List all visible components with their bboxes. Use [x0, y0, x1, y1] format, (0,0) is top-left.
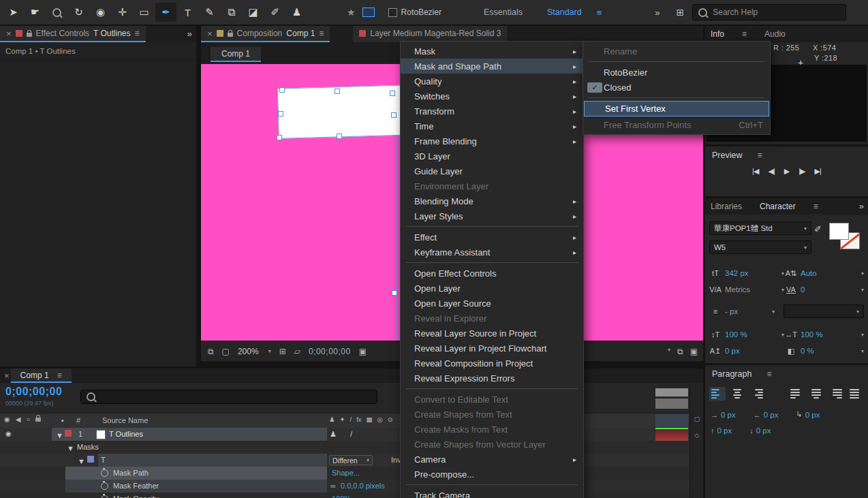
- layer-tab[interactable]: Layer Medium Magenta-Red Solid 3: [353, 26, 507, 42]
- menu-item-quality[interactable]: Quality▸: [401, 74, 583, 89]
- type-tool[interactable]: T: [177, 3, 198, 22]
- mask-mode-select[interactable]: Differen ▾: [329, 455, 373, 465]
- horizontal-scale-control[interactable]: ↔T 100 % ▾: [785, 330, 864, 339]
- justify-last-left-button[interactable]: [788, 387, 805, 401]
- mask-vertex[interactable]: [335, 89, 340, 94]
- menu-item-blending-mode[interactable]: Blending Mode▸: [401, 193, 583, 208]
- menu-item-effect[interactable]: Effect▸: [401, 230, 583, 245]
- source-name-column-header[interactable]: Source Name: [102, 416, 148, 424]
- mask-opacity-value[interactable]: 100%: [332, 495, 351, 498]
- link-icon[interactable]: ∞: [330, 482, 336, 490]
- mask-vertex[interactable]: [279, 87, 285, 93]
- stopwatch-icon[interactable]: [101, 482, 108, 490]
- vertical-scale-value[interactable]: 100 %: [725, 330, 747, 339]
- justify-all-button[interactable]: [848, 387, 864, 401]
- mask-vertex[interactable]: [391, 112, 397, 118]
- stroke-width-value[interactable]: - px: [725, 307, 738, 315]
- work-area-bar[interactable]: [655, 414, 688, 427]
- tracking-control[interactable]: VA 0 ▾: [785, 285, 864, 294]
- menu-item-reveal-expression-errors[interactable]: Reveal Expression Errors: [401, 371, 583, 386]
- lock-column-icon[interactable]: [35, 418, 41, 422]
- twirl-down-icon[interactable]: ▼: [56, 431, 63, 439]
- search-help-box[interactable]: Search Help: [692, 4, 846, 20]
- mask-vertex[interactable]: [392, 290, 397, 296]
- mask-path-row[interactable]: Mask Path Shape...: [0, 467, 703, 480]
- rotobezier-toggle[interactable]: RotoBezier: [388, 7, 441, 17]
- align-left-button[interactable]: [709, 387, 726, 401]
- zoom-tool[interactable]: [46, 3, 67, 22]
- comp-subtab[interactable]: Comp 1: [211, 47, 261, 62]
- indent-left-value[interactable]: 0 px: [721, 411, 736, 419]
- tab-info[interactable]: Info: [711, 29, 724, 39]
- shy-switch[interactable]: ♟: [330, 430, 337, 439]
- eye-column-icon[interactable]: ◉: [4, 416, 10, 423]
- menu-item-guide-layer[interactable]: Guide Layer: [401, 164, 583, 178]
- baseline-shift-control[interactable]: A↥ 0 px: [709, 347, 784, 356]
- stroke-width-control[interactable]: ≡ - px ▾: [709, 307, 775, 315]
- font-size-control[interactable]: tT 342 px ▾: [709, 269, 784, 277]
- shy-header-icon[interactable]: ♟: [329, 416, 335, 423]
- mask-path-edge[interactable]: [395, 136, 397, 341]
- close-icon[interactable]: ×: [4, 371, 10, 381]
- panel-menu-icon[interactable]: ≡: [813, 202, 818, 211]
- menu-item-mask-and-shape-path[interactable]: Mask and Shape Path▸: [401, 59, 583, 74]
- menu-item-layer-styles[interactable]: Layer Styles▸: [401, 208, 583, 223]
- justify-last-right-button[interactable]: [828, 387, 844, 401]
- timeline-zoom-bar[interactable]: [655, 399, 688, 409]
- chevron-down-icon[interactable]: ▾: [668, 347, 670, 356]
- baseline-shift-value[interactable]: 0 px: [725, 347, 740, 355]
- stopwatch-icon[interactable]: [101, 469, 108, 477]
- font-size-value[interactable]: 342 px: [725, 269, 749, 277]
- font-family-select[interactable]: 華康POP1體 Std ▾: [709, 221, 811, 235]
- menu-item-pre-compose[interactable]: Pre-compose...: [401, 467, 583, 482]
- mask-path-value[interactable]: Shape...: [332, 469, 360, 477]
- menu-item-3d-layer[interactable]: 3D Layer: [401, 149, 583, 164]
- horizontal-scale-value[interactable]: 100 %: [801, 330, 823, 339]
- tracking-value[interactable]: 0: [801, 285, 805, 294]
- channel-monitor-icon[interactable]: ▢: [222, 347, 230, 356]
- lock-icon[interactable]: [27, 33, 32, 37]
- snapshot-icon[interactable]: ⧉: [208, 347, 214, 356]
- current-timecode[interactable]: 0;00;00;00: [5, 386, 62, 398]
- motion-blur-header-icon[interactable]: ◎: [377, 416, 383, 423]
- menu-item-open-effect-controls[interactable]: Open Effect Controls: [401, 266, 583, 281]
- selection-tool[interactable]: ➤: [3, 3, 24, 22]
- rectangle-tool[interactable]: ▭: [134, 3, 155, 22]
- mask-feather-value[interactable]: 0.0,0.0 pixels: [341, 482, 385, 490]
- swatch-box-icon[interactable]: [362, 7, 375, 17]
- workspace-overflow-chevron-icon[interactable]: »: [655, 7, 660, 18]
- menu-item-frame-blending[interactable]: Frame Blending▸: [401, 134, 583, 149]
- hand-tool[interactable]: ☛: [25, 3, 46, 22]
- kerning-control[interactable]: V/A Metrics ▾: [709, 285, 784, 294]
- frame-blend-header-icon[interactable]: ▦: [367, 416, 373, 423]
- rotation-tool[interactable]: ↻: [68, 3, 89, 22]
- previous-frame-button[interactable]: ◀|: [768, 167, 774, 176]
- leading-value[interactable]: Auto: [801, 269, 817, 277]
- effect-controls-tab[interactable]: × Effect Controls T Outlines ≡: [0, 26, 146, 42]
- zoom-select[interactable]: 200% ▾: [238, 347, 271, 356]
- mask-opacity-row[interactable]: Mask Opacity 100%: [0, 493, 703, 498]
- region-of-interest-icon[interactable]: ▱: [294, 347, 300, 356]
- pen-tool[interactable]: ✒: [155, 3, 176, 22]
- grid-guides-icon[interactable]: ⊞: [279, 347, 286, 356]
- mask-color-chip[interactable]: [87, 456, 94, 463]
- layer-name[interactable]: T Outlines: [109, 430, 143, 438]
- mask-feather-row[interactable]: Mask Feather ∞ 0.0,0.0 pixels: [0, 480, 703, 493]
- eraser-tool[interactable]: ◪: [243, 3, 264, 22]
- mask-vertex[interactable]: [277, 135, 282, 140]
- indent-left-field[interactable]: → 0 px: [711, 410, 736, 419]
- align-right-button[interactable]: [749, 387, 765, 401]
- first-line-indent-field[interactable]: ↳ 0 px: [796, 410, 820, 419]
- menu-item-mask[interactable]: Mask▸: [401, 44, 583, 59]
- vertical-scale-control[interactable]: ↕T 100 % ▾: [709, 330, 784, 339]
- panel-menu-icon[interactable]: ≡: [57, 371, 62, 380]
- stroke-style-select[interactable]: ▾: [784, 305, 864, 318]
- workspace-menu-icon[interactable]: ≡: [597, 7, 602, 18]
- space-after-field[interactable]: ↓ 0 px: [749, 426, 771, 435]
- star-icon[interactable]: ★: [347, 7, 356, 18]
- space-before-field[interactable]: ↑ 0 px: [711, 426, 732, 435]
- menu-item-camera[interactable]: Camera▸: [401, 452, 583, 467]
- menu-item-keyframe-assistant[interactable]: Keyframe Assistant▸: [401, 245, 583, 260]
- leading-control[interactable]: A⇅ Auto ▾: [785, 269, 864, 278]
- tsume-control[interactable]: ◧ 0 % ▾: [785, 347, 864, 356]
